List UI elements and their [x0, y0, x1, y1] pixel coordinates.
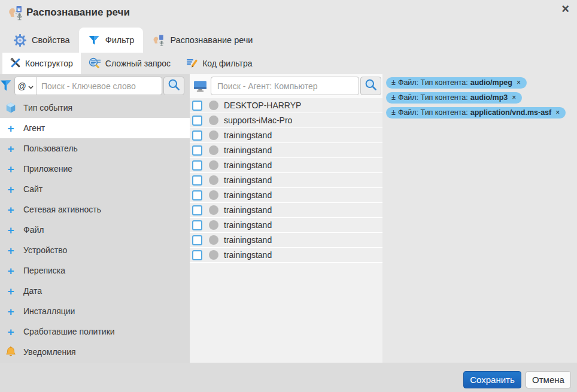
sidebar-item-network-activity[interactable]: +Сетевая активность [0, 199, 190, 220]
agent-checkbox[interactable] [192, 116, 202, 126]
sidebar-item-correspondence[interactable]: +Переписка [0, 260, 190, 281]
chip-value: audio/mp3 [470, 93, 508, 102]
chip-close-icon[interactable]: × [512, 93, 516, 102]
subtab-complex-query[interactable]: Сложный запрос [81, 53, 178, 74]
sidebar-item-date[interactable]: +Дата [0, 281, 190, 301]
search-icon [168, 78, 180, 93]
tab-properties[interactable]: Свойства [5, 28, 79, 53]
agent-row[interactable]: trainingstand [190, 188, 382, 203]
keyword-search-button[interactable] [163, 77, 184, 95]
agent-row[interactable]: trainingstand [190, 248, 382, 263]
agent-status-icon [209, 175, 218, 185]
close-icon[interactable]: × [561, 2, 569, 16]
subtab-label: Код фильтра [202, 59, 252, 68]
sidebar-item-file[interactable]: +Файл [0, 220, 190, 240]
agent-status-icon [209, 250, 218, 260]
chip-label: Файл: Тип контента: [398, 93, 468, 102]
agent-name: DESKTOP-HARRYP [224, 101, 301, 110]
tools-icon [10, 57, 21, 70]
sidebar-item-label: Приложение [23, 164, 72, 174]
sidebar-item-agent[interactable]: +Агент [0, 118, 190, 138]
agent-name: trainingstand [224, 220, 272, 230]
chip-close-icon[interactable]: × [555, 108, 560, 117]
agent-checkbox[interactable] [192, 130, 202, 141]
sidebar-item-label: Устройство [23, 245, 67, 255]
dialog-titlebar: B Распознавание речи × [0, 0, 577, 25]
sidebar-item-application[interactable]: +Приложение [0, 159, 190, 179]
agent-search-input[interactable] [211, 77, 359, 95]
sidebar-item-triggered-policies[interactable]: +Сработавшие политики [0, 321, 190, 342]
agent-status-icon [209, 220, 218, 230]
filter-chip[interactable]: ±Файл: Тип контента:application/vnd.ms-a… [386, 107, 566, 118]
plus-icon: + [4, 285, 17, 297]
sidebar-item-label: Пользователь [23, 144, 78, 153]
agent-status-icon [209, 116, 218, 125]
bell-icon [4, 346, 17, 358]
main-tabs: Свойства Фильтр Распознавание речи [0, 28, 577, 53]
agent-name: trainingstand [224, 190, 272, 200]
dialog-footer: Сохранить Отмена [0, 363, 577, 392]
agent-row[interactable]: supports-iMac-Pro [190, 113, 382, 128]
search-field-select[interactable]: @ [15, 77, 37, 95]
agent-row[interactable]: trainingstand [190, 233, 382, 248]
keyword-search-bar: @ [0, 74, 190, 98]
sidebar-item-event-type[interactable]: Тип события [0, 98, 190, 118]
agent-checkbox[interactable] [192, 160, 202, 171]
plus-icon: + [4, 163, 17, 175]
agent-row[interactable]: trainingstand [190, 173, 382, 188]
sidebar-item-site[interactable]: +Сайт [0, 179, 190, 199]
agent-checkbox[interactable] [192, 101, 202, 111]
agent-name: trainingstand [224, 205, 272, 215]
agent-row[interactable]: trainingstand [190, 203, 382, 218]
sidebar-item-label: Инсталляции [23, 306, 75, 316]
agent-checkbox[interactable] [192, 205, 202, 215]
agent-row[interactable]: trainingstand [190, 158, 382, 173]
agent-checkbox[interactable] [192, 175, 202, 186]
filter-chip[interactable]: ±Файл: Тип контента:audio/mpeg× [386, 77, 527, 89]
agent-checkbox[interactable] [192, 145, 202, 156]
plus-icon: + [4, 245, 17, 256]
tab-filter[interactable]: Фильтр [79, 28, 144, 53]
plus-minus-icon: ± [391, 108, 396, 117]
speech-recognition-icon: B [7, 5, 23, 21]
subtab-constructor[interactable]: Конструктор [2, 53, 81, 74]
keyword-search-input[interactable] [37, 77, 162, 95]
sidebar-item-user[interactable]: +Пользователь [0, 138, 190, 159]
filter-chip[interactable]: ±Файл: Тип контента:audio/mp3× [386, 92, 522, 104]
gear-icon [14, 34, 26, 47]
chip-close-icon[interactable]: × [517, 78, 521, 87]
agent-checkbox[interactable] [192, 235, 202, 245]
svg-text:B: B [17, 7, 21, 12]
agent-status-icon [209, 190, 218, 200]
agent-checkbox[interactable] [192, 190, 202, 200]
sidebar-item-notifications[interactable]: Уведомления [0, 342, 190, 362]
agent-row[interactable]: trainingstand [190, 128, 382, 143]
cancel-button[interactable]: Отмена [526, 371, 571, 388]
query-magnifier-icon [89, 57, 101, 70]
sidebar-item-label: Уведомления [23, 347, 76, 357]
save-button[interactable]: Сохранить [463, 371, 521, 388]
sidebar-item-device[interactable]: +Устройство [0, 240, 190, 260]
speech-icon [152, 34, 165, 47]
tab-label: Распознавание речи [170, 35, 253, 45]
pencil-code-icon [186, 57, 198, 70]
sidebar-item-label: Переписка [23, 266, 65, 275]
plus-icon: + [4, 265, 17, 276]
tab-speech-recognition[interactable]: Распознавание речи [143, 28, 262, 53]
agent-search-button[interactable] [360, 77, 381, 95]
agent-row[interactable]: trainingstand [190, 143, 382, 158]
chip-label: Файл: Тип контента: [398, 78, 468, 87]
agent-row[interactable]: trainingstand [190, 218, 382, 233]
agent-row[interactable]: DESKTOP-HARRYP [190, 98, 382, 113]
plus-icon: + [4, 123, 17, 134]
keyword-search-combo: @ [14, 77, 162, 95]
agent-checkbox[interactable] [192, 220, 202, 230]
sidebar-item-installations[interactable]: +Инсталляции [0, 301, 190, 321]
sidebar-item-label: Файл [23, 225, 44, 235]
at-label: @ [17, 81, 26, 91]
agent-checkbox[interactable] [192, 250, 202, 260]
plus-icon: + [4, 326, 17, 338]
category-list: Тип события+Агент+Пользователь+Приложени… [0, 98, 190, 362]
subtab-filter-code[interactable]: Код фильтра [178, 53, 260, 74]
filter-categories-panel: @ Тип события+Агент+Пользователь+Приложе… [0, 74, 190, 363]
